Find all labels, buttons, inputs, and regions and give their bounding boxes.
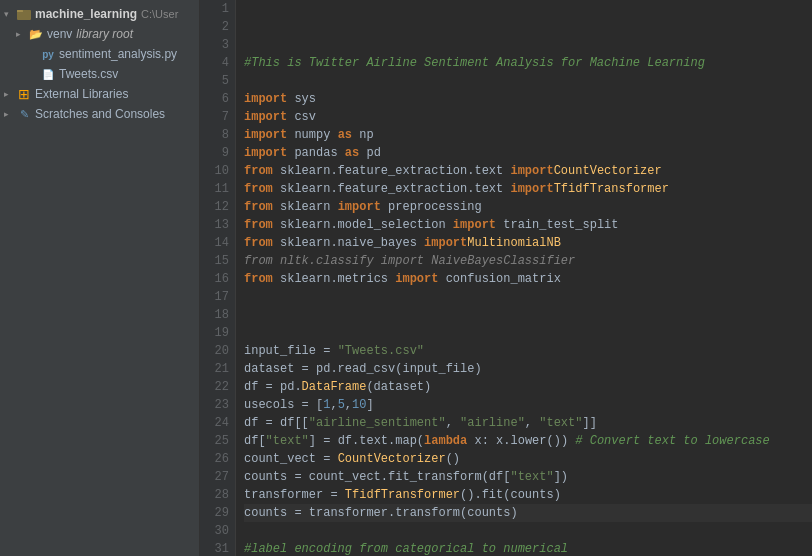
code-line-11: from sklearn.naive_bayes import Multinom… bbox=[244, 234, 812, 252]
project-path: C:\User bbox=[141, 8, 178, 20]
external-libs-item[interactable]: ▸ ⊞ External Libraries bbox=[0, 84, 199, 104]
line-number-2: 2 bbox=[200, 18, 229, 36]
line-number-7: 7 bbox=[200, 108, 229, 126]
tweets-csv-item[interactable]: 📄 Tweets.csv bbox=[0, 64, 199, 84]
code-line-5: import numpy as np bbox=[244, 126, 812, 144]
code-line-22: df["text"] = df.text.map(lambda x: x.low… bbox=[244, 432, 812, 450]
code-content[interactable]: #This is Twitter Airline Sentiment Analy… bbox=[236, 0, 812, 556]
tweets-csv-label: Tweets.csv bbox=[59, 67, 118, 81]
venv-label: venv bbox=[47, 27, 72, 41]
line-number-13: 13 bbox=[200, 216, 229, 234]
line-number-1: 1 bbox=[200, 0, 229, 18]
code-line-1: #This is Twitter Airline Sentiment Analy… bbox=[244, 54, 812, 72]
csv-file-icon: 📄 bbox=[40, 66, 56, 82]
line-number-15: 15 bbox=[200, 252, 229, 270]
code-line-13: from sklearn.metrics import confusion_ma… bbox=[244, 270, 812, 288]
svg-rect-1 bbox=[17, 10, 23, 12]
code-editor[interactable]: 1234567891011121314151617181920212223242… bbox=[200, 0, 812, 556]
external-libs-chevron: ▸ bbox=[4, 89, 16, 99]
project-chevron: ▾ bbox=[4, 9, 16, 19]
line-number-3: 3 bbox=[200, 36, 229, 54]
line-numbers: 1234567891011121314151617181920212223242… bbox=[200, 0, 236, 556]
line-number-25: 25 bbox=[200, 432, 229, 450]
file-tree: ▾ machine_learning C:\User ▸ venv librar… bbox=[0, 0, 200, 556]
library-root-label: library root bbox=[76, 27, 133, 41]
code-line-3: import sys bbox=[244, 90, 812, 108]
line-number-11: 11 bbox=[200, 180, 229, 198]
code-line-8: from sklearn.feature_extraction.text imp… bbox=[244, 180, 812, 198]
sentiment-py-label: sentiment_analysis.py bbox=[59, 47, 177, 61]
project-root-item[interactable]: ▾ machine_learning C:\User bbox=[0, 4, 199, 24]
scratches-item[interactable]: ▸ ✎ Scratches and Consoles bbox=[0, 104, 199, 124]
code-line-15 bbox=[244, 306, 812, 324]
line-number-6: 6 bbox=[200, 90, 229, 108]
py-file-icon: py bbox=[40, 46, 56, 62]
scratches-label: Scratches and Consoles bbox=[35, 107, 165, 121]
code-line-19: df = pd.DataFrame(dataset) bbox=[244, 378, 812, 396]
code-line-14 bbox=[244, 288, 812, 306]
line-number-22: 22 bbox=[200, 378, 229, 396]
code-line-18: dataset = pd.read_csv(input_file) bbox=[244, 360, 812, 378]
sentiment-py-item[interactable]: py sentiment_analysis.py bbox=[0, 44, 199, 64]
scratches-chevron: ▸ bbox=[4, 109, 16, 119]
line-number-27: 27 bbox=[200, 468, 229, 486]
line-number-17: 17 bbox=[200, 288, 229, 306]
code-line-4: import csv bbox=[244, 108, 812, 126]
code-line-10: from sklearn.model_selection import trai… bbox=[244, 216, 812, 234]
project-folder-icon bbox=[16, 6, 32, 22]
code-line-7: from sklearn.feature_extraction.text imp… bbox=[244, 162, 812, 180]
line-number-30: 30 bbox=[200, 522, 229, 540]
external-libs-label: External Libraries bbox=[35, 87, 128, 101]
line-number-31: 31 bbox=[200, 540, 229, 556]
line-number-28: 28 bbox=[200, 486, 229, 504]
venv-chevron: ▸ bbox=[16, 29, 28, 39]
venv-item[interactable]: ▸ venv library root bbox=[0, 24, 199, 44]
line-number-4: 4 bbox=[200, 54, 229, 72]
code-line-6: import pandas as pd bbox=[244, 144, 812, 162]
project-name: machine_learning bbox=[35, 7, 137, 21]
line-number-14: 14 bbox=[200, 234, 229, 252]
line-number-23: 23 bbox=[200, 396, 229, 414]
code-line-12: from nltk.classify import NaiveBayesClas… bbox=[244, 252, 812, 270]
line-number-16: 16 bbox=[200, 270, 229, 288]
line-number-19: 19 bbox=[200, 324, 229, 342]
code-line-23: count_vect = CountVectorizer() bbox=[244, 450, 812, 468]
code-line-27 bbox=[244, 522, 812, 540]
line-number-26: 26 bbox=[200, 450, 229, 468]
line-number-21: 21 bbox=[200, 360, 229, 378]
line-number-8: 8 bbox=[200, 126, 229, 144]
code-line-21: df = df[["airline_sentiment", "airline",… bbox=[244, 414, 812, 432]
line-number-5: 5 bbox=[200, 72, 229, 90]
venv-folder-icon bbox=[28, 26, 44, 42]
code-line-26: counts = transformer.transform(counts) bbox=[244, 504, 812, 522]
code-line-2 bbox=[244, 72, 812, 90]
line-number-12: 12 bbox=[200, 198, 229, 216]
code-line-9: from sklearn import preprocessing bbox=[244, 198, 812, 216]
code-line-16 bbox=[244, 324, 812, 342]
code-line-20: usecols = [1,5,10] bbox=[244, 396, 812, 414]
line-number-24: 24 bbox=[200, 414, 229, 432]
line-number-9: 9 bbox=[200, 144, 229, 162]
code-line-25: transformer = TfidfTransformer().fit(cou… bbox=[244, 486, 812, 504]
line-number-20: 20 bbox=[200, 342, 229, 360]
line-number-18: 18 bbox=[200, 306, 229, 324]
code-line-17: input_file = "Tweets.csv" bbox=[244, 342, 812, 360]
code-line-28: #label encoding from categorical to nume… bbox=[244, 540, 812, 556]
code-line-24: counts = count_vect.fit_transform(df["te… bbox=[244, 468, 812, 486]
line-number-29: 29 bbox=[200, 504, 229, 522]
scratches-icon: ✎ bbox=[16, 106, 32, 122]
line-number-10: 10 bbox=[200, 162, 229, 180]
lib-icon: ⊞ bbox=[16, 86, 32, 102]
